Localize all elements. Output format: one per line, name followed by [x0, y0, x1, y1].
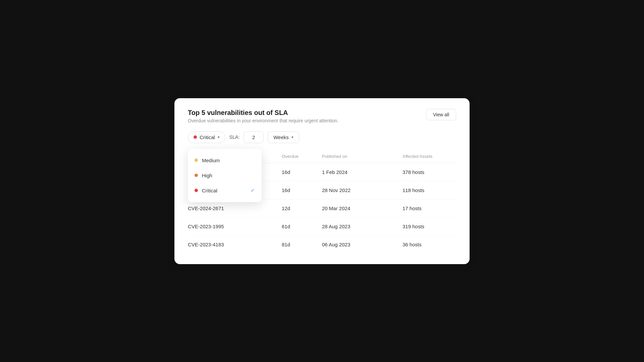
overdue-cell: 16d [282, 163, 322, 181]
col-header-overdue: Overdue [282, 151, 322, 163]
overdue-cell: 81d [282, 235, 322, 253]
critical-dot-icon-menu [195, 189, 198, 192]
published-cell: 28 Aug 2023 [322, 217, 402, 235]
medium-label: Medium [202, 158, 220, 163]
dropdown-item-critical[interactable]: Critical ✓ [188, 183, 262, 198]
severity-dropdown-menu: Medium High Critical ✓ [188, 149, 262, 202]
published-cell: 1 Feb 2024 [322, 163, 402, 181]
published-cell: 06 Aug 2023 [322, 235, 402, 253]
assets-cell: 319 hosts [402, 217, 456, 235]
chevron-down-icon-weeks: ▾ [291, 135, 293, 139]
overdue-cell: 16d [282, 181, 322, 199]
view-all-button[interactable]: View all [426, 109, 456, 120]
assets-cell: 17 hosts [402, 199, 456, 217]
published-cell: 20 Mar 2024 [322, 199, 402, 217]
medium-dot-icon [195, 159, 198, 162]
severity-label: Critical [200, 134, 215, 140]
cve-cell: CVE-2023-4183 [188, 235, 282, 253]
overdue-cell: 12d [282, 199, 322, 217]
dropdown-item-medium[interactable]: Medium [188, 153, 262, 168]
col-header-published: Published on [322, 151, 402, 163]
sla-input[interactable] [244, 131, 264, 143]
weeks-dropdown-button[interactable]: Weeks ▾ [268, 131, 299, 143]
assets-cell: 378 hosts [402, 163, 456, 181]
overdue-cell: 61d [282, 217, 322, 235]
table-row: CVE-2023-1995 61d 28 Aug 2023 319 hosts [188, 217, 456, 235]
assets-cell: 36 hosts [402, 235, 456, 253]
published-cell: 28 Nov 2022 [322, 181, 402, 199]
card-header: Top 5 vulnerabilities out of SLA Overdue… [188, 109, 456, 123]
severity-dropdown-button[interactable]: Critical ▾ [188, 131, 225, 143]
col-header-assets: Affected Assets [402, 151, 456, 163]
card-subtitle: Overdue vulnerabilities in your environm… [188, 118, 338, 123]
card-title-area: Top 5 vulnerabilities out of SLA Overdue… [188, 109, 338, 123]
card-title: Top 5 vulnerabilities out of SLA [188, 109, 338, 117]
filters-row: Critical ▾ SLA: Weeks ▾ Medium High Crit… [188, 131, 456, 143]
table-row: CVE-2023-4183 81d 06 Aug 2023 36 hosts [188, 235, 456, 253]
vulnerabilities-card: Top 5 vulnerabilities out of SLA Overdue… [174, 98, 470, 264]
high-label: High [202, 173, 212, 178]
sla-label: SLA: [229, 134, 239, 140]
high-dot-icon [195, 174, 198, 177]
critical-dot-icon [194, 135, 197, 139]
weeks-label: Weeks [273, 134, 289, 140]
dropdown-item-high[interactable]: High [188, 168, 262, 183]
assets-cell: 118 hosts [402, 181, 456, 199]
critical-label: Critical [202, 188, 217, 193]
check-icon: ✓ [251, 187, 255, 193]
chevron-down-icon: ▾ [218, 135, 220, 139]
cve-cell: CVE-2023-1995 [188, 217, 282, 235]
